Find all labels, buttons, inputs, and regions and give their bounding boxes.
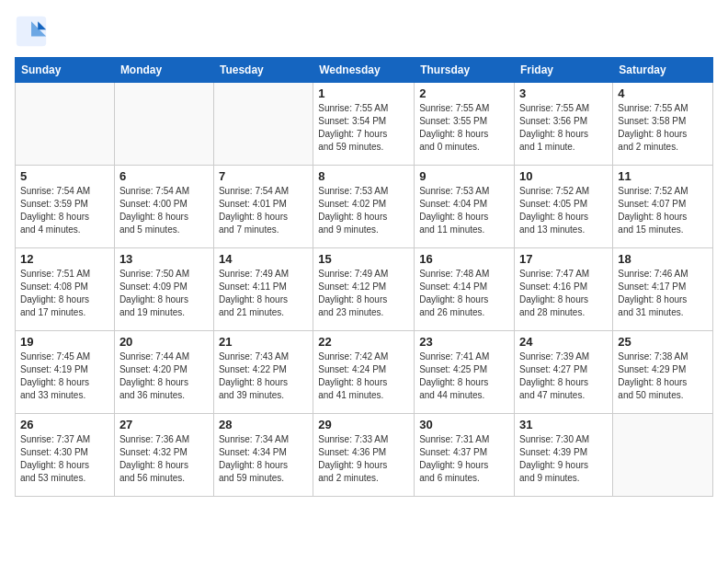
calendar-cell: 30Sunrise: 7:31 AMSunset: 4:37 PMDayligh… [415, 414, 515, 497]
day-info: Sunrise: 7:39 AMSunset: 4:27 PMDaylight:… [519, 350, 608, 402]
calendar-cell: 26Sunrise: 7:37 AMSunset: 4:30 PMDayligh… [16, 414, 115, 497]
day-header-thursday: Thursday [415, 58, 515, 83]
calendar-cell: 21Sunrise: 7:43 AMSunset: 4:22 PMDayligh… [213, 331, 313, 414]
logo [15, 15, 53, 48]
calendar-cell: 25Sunrise: 7:38 AMSunset: 4:29 PMDayligh… [613, 331, 713, 414]
day-number: 5 [20, 169, 109, 183]
day-info: Sunrise: 7:52 AMSunset: 4:05 PMDaylight:… [519, 185, 608, 236]
day-info: Sunrise: 7:50 AMSunset: 4:09 PMDaylight:… [119, 268, 209, 319]
day-header-friday: Friday [515, 58, 613, 83]
day-info: Sunrise: 7:48 AMSunset: 4:14 PMDaylight:… [419, 268, 509, 319]
calendar-cell: 1Sunrise: 7:55 AMSunset: 3:54 PMDaylight… [313, 83, 415, 166]
calendar-cell: 15Sunrise: 7:49 AMSunset: 4:12 PMDayligh… [313, 248, 415, 331]
calendar-week-row: 12Sunrise: 7:51 AMSunset: 4:08 PMDayligh… [16, 248, 713, 331]
day-number: 14 [219, 252, 308, 266]
day-number: 6 [119, 169, 209, 183]
day-number: 24 [519, 335, 608, 349]
day-number: 18 [618, 252, 708, 266]
day-info: Sunrise: 7:51 AMSunset: 4:08 PMDaylight:… [20, 268, 109, 319]
day-number: 30 [419, 418, 509, 431]
calendar-cell: 19Sunrise: 7:45 AMSunset: 4:19 PMDayligh… [16, 331, 115, 414]
day-header-sunday: Sunday [16, 58, 115, 83]
page-header [15, 15, 713, 48]
day-info: Sunrise: 7:55 AMSunset: 3:54 PMDaylight:… [318, 102, 409, 154]
calendar-cell [613, 414, 713, 497]
day-info: Sunrise: 7:54 AMSunset: 4:01 PMDaylight:… [219, 185, 308, 236]
day-number: 15 [318, 252, 409, 266]
day-info: Sunrise: 7:38 AMSunset: 4:29 PMDaylight:… [618, 350, 708, 402]
day-number: 3 [519, 86, 608, 100]
day-info: Sunrise: 7:46 AMSunset: 4:17 PMDaylight:… [618, 268, 708, 319]
day-info: Sunrise: 7:37 AMSunset: 4:30 PMDaylight:… [20, 433, 109, 485]
day-info: Sunrise: 7:53 AMSunset: 4:04 PMDaylight:… [419, 185, 509, 236]
day-number: 7 [219, 169, 308, 183]
day-header-monday: Monday [114, 58, 213, 83]
day-info: Sunrise: 7:54 AMSunset: 4:00 PMDaylight:… [119, 185, 209, 236]
calendar-cell: 3Sunrise: 7:55 AMSunset: 3:56 PMDaylight… [515, 83, 613, 166]
calendar-week-row: 26Sunrise: 7:37 AMSunset: 4:30 PMDayligh… [16, 414, 713, 497]
day-header-saturday: Saturday [613, 58, 713, 83]
calendar-cell: 28Sunrise: 7:34 AMSunset: 4:34 PMDayligh… [213, 414, 313, 497]
calendar-cell: 29Sunrise: 7:33 AMSunset: 4:36 PMDayligh… [313, 414, 415, 497]
day-number: 21 [219, 335, 308, 349]
day-number: 13 [119, 252, 209, 266]
day-number: 2 [419, 86, 509, 100]
calendar-cell: 18Sunrise: 7:46 AMSunset: 4:17 PMDayligh… [613, 248, 713, 331]
day-number: 10 [519, 169, 608, 183]
day-info: Sunrise: 7:49 AMSunset: 4:12 PMDaylight:… [318, 268, 409, 319]
calendar-cell: 4Sunrise: 7:55 AMSunset: 3:58 PMDaylight… [613, 83, 713, 166]
calendar-cell: 20Sunrise: 7:44 AMSunset: 4:20 PMDayligh… [114, 331, 213, 414]
calendar-cell: 16Sunrise: 7:48 AMSunset: 4:14 PMDayligh… [415, 248, 515, 331]
calendar-week-row: 19Sunrise: 7:45 AMSunset: 4:19 PMDayligh… [16, 331, 713, 414]
day-info: Sunrise: 7:53 AMSunset: 4:02 PMDaylight:… [318, 185, 409, 236]
day-number: 31 [519, 418, 608, 431]
day-info: Sunrise: 7:55 AMSunset: 3:56 PMDaylight:… [519, 102, 608, 154]
day-number: 9 [419, 169, 509, 183]
day-info: Sunrise: 7:36 AMSunset: 4:32 PMDaylight:… [119, 433, 209, 485]
calendar-cell: 14Sunrise: 7:49 AMSunset: 4:11 PMDayligh… [213, 248, 313, 331]
calendar-table: SundayMondayTuesdayWednesdayThursdayFrid… [15, 57, 713, 497]
days-header-row: SundayMondayTuesdayWednesdayThursdayFrid… [16, 58, 713, 83]
day-number: 20 [119, 335, 209, 349]
day-info: Sunrise: 7:43 AMSunset: 4:22 PMDaylight:… [219, 350, 308, 402]
calendar-cell: 5Sunrise: 7:54 AMSunset: 3:59 PMDaylight… [16, 166, 115, 248]
day-info: Sunrise: 7:55 AMSunset: 3:55 PMDaylight:… [419, 102, 509, 154]
calendar-cell: 8Sunrise: 7:53 AMSunset: 4:02 PMDaylight… [313, 166, 415, 248]
day-info: Sunrise: 7:49 AMSunset: 4:11 PMDaylight:… [219, 268, 308, 319]
day-number: 26 [20, 418, 109, 431]
day-number: 17 [519, 252, 608, 266]
calendar-cell: 27Sunrise: 7:36 AMSunset: 4:32 PMDayligh… [114, 414, 213, 497]
calendar-week-row: 1Sunrise: 7:55 AMSunset: 3:54 PMDaylight… [16, 83, 713, 166]
calendar-cell: 6Sunrise: 7:54 AMSunset: 4:00 PMDaylight… [114, 166, 213, 248]
day-info: Sunrise: 7:34 AMSunset: 4:34 PMDaylight:… [219, 433, 308, 485]
calendar-cell: 11Sunrise: 7:52 AMSunset: 4:07 PMDayligh… [613, 166, 713, 248]
day-number: 12 [20, 252, 109, 266]
day-info: Sunrise: 7:42 AMSunset: 4:24 PMDaylight:… [318, 350, 409, 402]
day-info: Sunrise: 7:47 AMSunset: 4:16 PMDaylight:… [519, 268, 608, 319]
calendar-cell: 17Sunrise: 7:47 AMSunset: 4:16 PMDayligh… [515, 248, 613, 331]
calendar-cell [16, 83, 115, 166]
day-number: 25 [618, 335, 708, 349]
day-number: 1 [318, 86, 409, 100]
calendar-cell: 31Sunrise: 7:30 AMSunset: 4:39 PMDayligh… [515, 414, 613, 497]
day-info: Sunrise: 7:33 AMSunset: 4:36 PMDaylight:… [318, 433, 409, 485]
day-info: Sunrise: 7:41 AMSunset: 4:25 PMDaylight:… [419, 350, 509, 402]
calendar-cell [213, 83, 313, 166]
day-number: 22 [318, 335, 409, 349]
day-number: 16 [419, 252, 509, 266]
day-number: 29 [318, 418, 409, 431]
day-number: 4 [618, 86, 708, 100]
day-info: Sunrise: 7:44 AMSunset: 4:20 PMDaylight:… [119, 350, 209, 402]
day-info: Sunrise: 7:55 AMSunset: 3:58 PMDaylight:… [618, 102, 708, 154]
day-header-wednesday: Wednesday [313, 58, 415, 83]
calendar-week-row: 5Sunrise: 7:54 AMSunset: 3:59 PMDaylight… [16, 166, 713, 248]
calendar-cell [114, 83, 213, 166]
day-number: 23 [419, 335, 509, 349]
day-number: 19 [20, 335, 109, 349]
day-number: 8 [318, 169, 409, 183]
day-number: 11 [618, 169, 708, 183]
day-info: Sunrise: 7:45 AMSunset: 4:19 PMDaylight:… [20, 350, 109, 402]
calendar-cell: 24Sunrise: 7:39 AMSunset: 4:27 PMDayligh… [515, 331, 613, 414]
calendar-cell: 9Sunrise: 7:53 AMSunset: 4:04 PMDaylight… [415, 166, 515, 248]
day-number: 28 [219, 418, 308, 431]
